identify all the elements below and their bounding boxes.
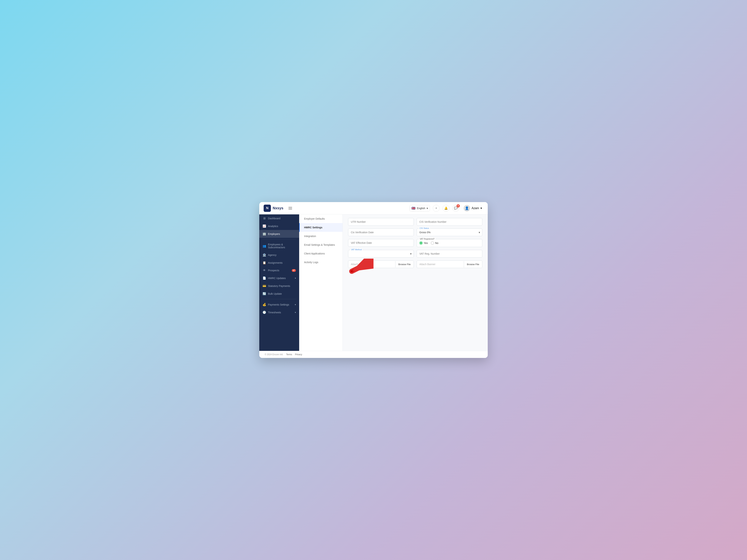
form-row-attachments: Attach Logo Browse File Attach Banner Br… xyxy=(348,261,482,268)
nav-item-integration[interactable]: Integration xyxy=(299,232,342,240)
header: N Nxsys 🇬🇧 English ▾ ＋ 🔔 💬 8 👤 xyxy=(259,202,488,214)
sidebar-label-assignments: Assignments xyxy=(268,261,296,264)
vat-no-label: No xyxy=(435,242,438,244)
cis-verification-number-input[interactable] xyxy=(417,218,482,225)
form-row-vat-method-reg: VAT Method xyxy=(348,250,482,258)
nav-item-employer-defaults[interactable]: Employer Defaults xyxy=(299,214,342,223)
language-label: English xyxy=(417,207,425,210)
menu-icon[interactable] xyxy=(287,206,293,211)
app-window: N Nxsys 🇬🇧 English ▾ ＋ 🔔 💬 8 👤 xyxy=(259,202,488,358)
nav-label-email-settings: Email Settings & Templates xyxy=(304,243,335,246)
statutory-icon: 💳 xyxy=(262,284,266,288)
settings-form: CIS Status Gross 0% Net 20% Unmatched 30… xyxy=(343,214,488,351)
sidebar-item-payments[interactable]: 💰 Payments Settings ▾ xyxy=(259,301,299,309)
sidebar-label-agency: Agency xyxy=(268,254,296,257)
logo-icon: N xyxy=(264,205,271,212)
nav-item-hmrc-settings[interactable]: HMRC Settings xyxy=(299,223,342,232)
browse-logo-button[interactable]: Browse File xyxy=(395,261,414,267)
cis-date-group xyxy=(348,229,414,236)
vat-yes-option[interactable]: Yes xyxy=(419,241,428,245)
vat-yes-radio[interactable] xyxy=(419,241,422,245)
sidebar-item-timesheets[interactable]: 🕐 Timesheets ▾ xyxy=(259,309,299,316)
vat-registered-radio-group: VAT Registered? Yes No xyxy=(417,239,482,247)
plus-icon: ＋ xyxy=(435,206,438,210)
privacy-link[interactable]: Privacy xyxy=(295,353,302,356)
attach-logo-file-group: Attach Logo Browse File xyxy=(348,261,414,268)
utr-number-input[interactable] xyxy=(348,218,414,225)
prospects-badge: 57 xyxy=(292,269,296,272)
user-name: Azam xyxy=(471,207,479,210)
cis-status-label: CIS Status xyxy=(419,227,430,229)
sidebar-item-dashboard[interactable]: ⊞ Dashboard xyxy=(259,214,299,222)
assignments-icon: 📋 xyxy=(262,261,266,264)
vat-yes-label: Yes xyxy=(424,242,428,244)
nav-label-activity-logs: Activity Logs xyxy=(304,261,318,264)
header-right: 🇬🇧 English ▾ ＋ 🔔 💬 8 👤 Azam ▾ xyxy=(409,204,483,212)
nav-item-email-settings[interactable]: Email Settings & Templates xyxy=(299,240,342,249)
sidebar-item-agency[interactable]: 🏦 Agency xyxy=(259,251,299,259)
sidebar-label-hmrc: HMRC Updates xyxy=(268,277,293,279)
avatar: 👤 xyxy=(464,205,470,212)
sidebar-label-analytics: Analytics xyxy=(268,225,296,228)
notifications-button[interactable]: 🔔 xyxy=(443,205,449,212)
vat-no-radio[interactable] xyxy=(431,241,434,245)
sidebar: ⊞ Dashboard 📈 Analytics 🏢 Employers 👥 Em… xyxy=(259,214,299,351)
user-menu-button[interactable]: 👤 Azam ▾ xyxy=(462,204,483,212)
language-selector[interactable]: 🇬🇧 English ▾ xyxy=(409,205,430,212)
utr-group xyxy=(348,218,414,225)
sidebar-item-prospects[interactable]: 👁 Prospects 57 xyxy=(259,267,299,274)
timesheets-chevron-icon: ▾ xyxy=(295,311,296,314)
cis-status-select[interactable]: Gross 0% Net 20% Unmatched 30% xyxy=(417,229,482,236)
sidebar-item-hmrc-updates[interactable]: 📄 HMRC Updates ▾ xyxy=(259,274,299,282)
vat-no-option[interactable]: No xyxy=(431,241,438,245)
terms-link[interactable]: Terms xyxy=(286,353,292,356)
sidebar-item-employees[interactable]: 👥 Employees & Subcontractors xyxy=(259,241,299,251)
nav-label-employer-defaults: Employer Defaults xyxy=(304,217,325,220)
vat-method-label: VAT Method xyxy=(350,248,362,251)
nav-item-client-apps[interactable]: Client Applications xyxy=(299,249,342,258)
browse-banner-button[interactable]: Browse File xyxy=(464,261,482,267)
analytics-icon: 📈 xyxy=(262,224,266,228)
timesheets-icon: 🕐 xyxy=(262,311,266,314)
hmrc-icon: 📄 xyxy=(262,276,266,280)
payments-chevron-icon: ▾ xyxy=(295,303,296,306)
attach-logo-group: Attach Logo Browse File xyxy=(348,261,414,268)
add-button[interactable]: ＋ xyxy=(433,205,440,212)
employers-icon: 🏢 xyxy=(262,232,266,236)
vat-effective-date-input[interactable] xyxy=(348,239,414,247)
sidebar-label-statutory: Statutory Payments xyxy=(268,285,296,288)
form-row-vat-date-registered: VAT Registered? Yes No xyxy=(348,239,482,247)
settings-nav: Employer Defaults HMRC Settings Integrat… xyxy=(299,214,343,351)
sidebar-label-payments: Payments Settings xyxy=(268,303,293,306)
logo: N Nxsys xyxy=(264,205,283,212)
sidebar-item-assignments[interactable]: 📋 Assignments xyxy=(259,259,299,267)
vat-method-select[interactable] xyxy=(348,250,414,258)
nav-label-hmrc-settings: HMRC Settings xyxy=(304,226,323,229)
vat-reg-number-group xyxy=(417,250,482,258)
attach-banner-file-group: Attach Banner Browse File xyxy=(417,261,482,268)
sidebar-label-dashboard: Dashboard xyxy=(268,217,296,220)
cis-verification-date-input[interactable] xyxy=(348,229,414,236)
sidebar-label-employees: Employees & Subcontractors xyxy=(268,243,296,249)
vat-date-group xyxy=(348,239,414,247)
sidebar-item-employers[interactable]: 🏢 Employers xyxy=(259,230,299,238)
attach-logo-label: Attach Logo xyxy=(348,261,395,268)
hmrc-chevron-icon: ▾ xyxy=(295,277,296,279)
sidebar-label-employers: Employers xyxy=(268,233,296,235)
sidebar-item-bulk-update[interactable]: 🔄 Bulk Update xyxy=(259,290,299,298)
app-body: ⊞ Dashboard 📈 Analytics 🏢 Employers 👥 Em… xyxy=(259,214,488,351)
nav-item-activity-logs[interactable]: Activity Logs xyxy=(299,258,342,267)
chat-button[interactable]: 💬 8 xyxy=(453,205,459,212)
sidebar-item-analytics[interactable]: 📈 Analytics xyxy=(259,222,299,230)
copyright: © 2024 Encom Intl. xyxy=(265,353,283,356)
chat-badge: 8 xyxy=(457,204,460,208)
settings-layout: Employer Defaults HMRC Settings Integrat… xyxy=(299,214,488,351)
sidebar-item-statutory[interactable]: 💳 Statutory Payments xyxy=(259,282,299,290)
employees-icon: 👥 xyxy=(262,244,266,248)
sidebar-label-prospects: Prospects xyxy=(268,269,290,272)
sidebar-label-bulk: Bulk Update xyxy=(268,292,296,295)
vat-reg-number-input[interactable] xyxy=(417,250,482,258)
prospects-icon: 👁 xyxy=(262,269,266,272)
cis-verification-number-group xyxy=(417,218,482,225)
vat-method-group: VAT Method xyxy=(348,250,414,258)
